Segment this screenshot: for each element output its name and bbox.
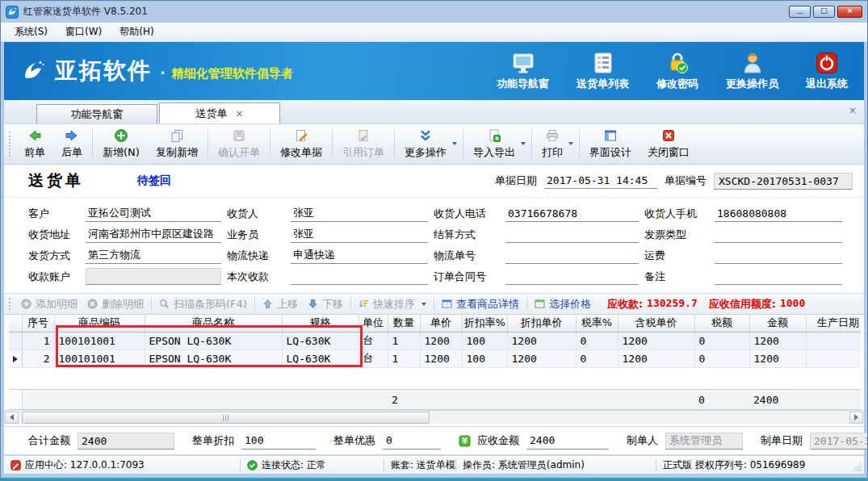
logistics-no-field[interactable] xyxy=(505,247,639,264)
modify-doc-button[interactable]: 修改单据 xyxy=(272,126,330,162)
next-doc-button[interactable]: 后单 xyxy=(53,126,90,162)
more-actions-button[interactable]: 更多操作 xyxy=(396,126,461,162)
doc-reduction-field[interactable]: 0 xyxy=(383,433,441,450)
grid-cell[interactable] xyxy=(806,332,861,349)
create-date-field[interactable]: 2017-05-31 xyxy=(810,433,868,450)
invoice-type-field[interactable] xyxy=(715,226,842,243)
column-header-11[interactable]: 税额 xyxy=(694,315,749,332)
dropdown-arrow-icon[interactable] xyxy=(421,303,426,306)
scan-barcode-button[interactable]: 扫描条形码(F4) xyxy=(154,295,252,313)
logistics-express-field[interactable]: 申通快递 xyxy=(291,247,428,264)
grid-cell[interactable]: 1200 xyxy=(420,332,462,349)
grid-cell[interactable]: 100 xyxy=(462,332,507,349)
menu-item-0[interactable]: 系统(S) xyxy=(6,23,57,41)
doc-date-field[interactable]: 2017-05-31 14:45 xyxy=(544,173,657,189)
column-header-12[interactable]: 金额 xyxy=(749,315,806,332)
receiver-field[interactable]: 张亚 xyxy=(291,205,428,222)
receivable-amount-field[interactable]: 2400 xyxy=(526,433,609,450)
change-password-button[interactable]: 修改密码 xyxy=(656,52,698,91)
creator-field[interactable]: 系统管理员 xyxy=(665,433,743,450)
close-button[interactable]: × xyxy=(837,6,862,18)
grid-cell[interactable]: EPSON LQ-630K xyxy=(145,349,282,367)
tab-function-nav[interactable]: 功能导航窗 xyxy=(36,104,157,123)
delete-detail-button[interactable]: 删除明细 xyxy=(82,295,149,313)
maximize-button[interactable]: □ xyxy=(813,6,835,18)
print-button[interactable]: 打印 xyxy=(534,126,577,162)
grid-cell[interactable]: 100101001 xyxy=(54,349,145,367)
tab-close-icon[interactable]: × xyxy=(235,109,243,119)
grid-cell[interactable] xyxy=(806,349,861,367)
grid-cell[interactable]: 0 xyxy=(694,349,749,367)
close-window-button[interactable]: 关闭窗口 xyxy=(639,126,698,162)
current-payment-field[interactable] xyxy=(291,268,428,285)
settlement-field[interactable] xyxy=(505,226,639,243)
move-up-button[interactable]: 上移 xyxy=(258,295,303,313)
scroll-right-button[interactable] xyxy=(849,412,863,424)
dropdown-arrow-icon[interactable] xyxy=(568,142,573,145)
order-contract-field[interactable] xyxy=(505,268,639,285)
minimize-button[interactable]: — xyxy=(789,6,811,18)
grid-cell[interactable]: 台 xyxy=(359,349,388,367)
function-nav-button[interactable]: 功能导航窗 xyxy=(497,52,549,91)
grid-cell[interactable]: 1200 xyxy=(507,332,576,349)
column-header-2[interactable]: 商品名称 xyxy=(145,315,282,332)
column-header-13[interactable]: 生产日期 xyxy=(806,315,861,332)
column-header-6[interactable]: 单价 xyxy=(420,315,462,332)
menu-item-1[interactable]: 窗口(W) xyxy=(57,23,111,41)
tab-delivery-order[interactable]: 送货单 × xyxy=(159,102,280,123)
payment-account-field[interactable] xyxy=(86,268,221,285)
grid-cell[interactable]: 1200 xyxy=(420,349,462,367)
receiver-phone-field[interactable]: 03716678678 xyxy=(505,205,639,222)
customer-field[interactable]: 亚拓公司测试 xyxy=(86,205,221,222)
import-export-button[interactable]: 导入导出 xyxy=(465,126,530,162)
column-header-5[interactable]: 数量 xyxy=(388,315,420,332)
dropdown-arrow-icon[interactable] xyxy=(521,142,526,145)
tabstrip-close-icon[interactable]: × xyxy=(849,106,857,115)
ui-design-button[interactable]: 界面设计 xyxy=(581,126,639,162)
grid-cell[interactable]: EPSON LQ-630K xyxy=(145,332,282,349)
grid-cell[interactable]: 2 xyxy=(22,349,54,367)
grid-cell[interactable]: 1 xyxy=(388,332,420,349)
grid-cell[interactable]: 0 xyxy=(576,332,618,349)
menu-item-2[interactable]: 帮助(H) xyxy=(111,23,162,41)
copy-add-button[interactable]: 复制新增 xyxy=(148,126,206,162)
scrollbar-track[interactable] xyxy=(19,412,849,424)
column-header-8[interactable]: 折扣单价 xyxy=(507,315,576,332)
remark-field[interactable] xyxy=(715,268,842,285)
grid-cell[interactable]: LQ-630K xyxy=(282,349,359,367)
prev-doc-button[interactable]: 前单 xyxy=(16,126,53,162)
column-header-1[interactable]: 商品编码 xyxy=(54,315,145,332)
doc-discount-field[interactable]: 100 xyxy=(241,433,316,450)
column-header-3[interactable]: 规格 xyxy=(282,315,359,332)
grid-cell[interactable]: 1200 xyxy=(618,332,694,349)
column-header-0[interactable]: 序号 xyxy=(22,315,54,332)
salesman-field[interactable]: 张亚 xyxy=(291,226,428,243)
select-price-button[interactable]: 选择价格 xyxy=(530,295,596,313)
scrollbar-thumb[interactable] xyxy=(22,412,430,424)
reference-order-button[interactable]: 引用订单 xyxy=(334,126,392,162)
grid-cell[interactable]: 1200 xyxy=(749,349,806,367)
move-down-button[interactable]: 下移 xyxy=(303,295,348,313)
grid-cell[interactable]: 1200 xyxy=(749,332,806,349)
grid-cell[interactable]: 1200 xyxy=(618,349,694,367)
column-header-9[interactable]: 税率% xyxy=(576,315,618,332)
column-header-10[interactable]: 含税单价 xyxy=(618,315,694,332)
view-product-detail-button[interactable]: 查看商品详情 xyxy=(437,295,524,313)
add-detail-button[interactable]: 添加明细 xyxy=(16,295,82,313)
grid-cell[interactable]: 0 xyxy=(576,349,618,367)
table-row[interactable]: 2100101001EPSON LQ-630KLQ-630K台112001001… xyxy=(9,349,861,367)
dropdown-arrow-icon[interactable] xyxy=(452,142,457,145)
receiver-mobile-field[interactable]: 18608080808 xyxy=(715,205,842,222)
column-header-7[interactable]: 折扣率% xyxy=(462,315,507,332)
total-amount-field[interactable]: 2400 xyxy=(78,433,174,450)
grid-cell[interactable]: 1 xyxy=(22,332,54,349)
grid-cell[interactable]: 0 xyxy=(694,332,749,349)
exit-system-button[interactable]: 退出系统 xyxy=(806,52,848,91)
grid-cell[interactable]: 1 xyxy=(388,349,420,367)
freight-field[interactable] xyxy=(715,247,842,264)
grid-cell[interactable]: 台 xyxy=(359,332,388,349)
add-new-button[interactable]: 新增(N) xyxy=(94,126,148,162)
delivery-list-button[interactable]: 送货单列表 xyxy=(577,52,629,91)
switch-operator-button[interactable]: 更换操作员 xyxy=(726,52,778,91)
delivery-method-field[interactable]: 第三方物流 xyxy=(86,247,221,264)
